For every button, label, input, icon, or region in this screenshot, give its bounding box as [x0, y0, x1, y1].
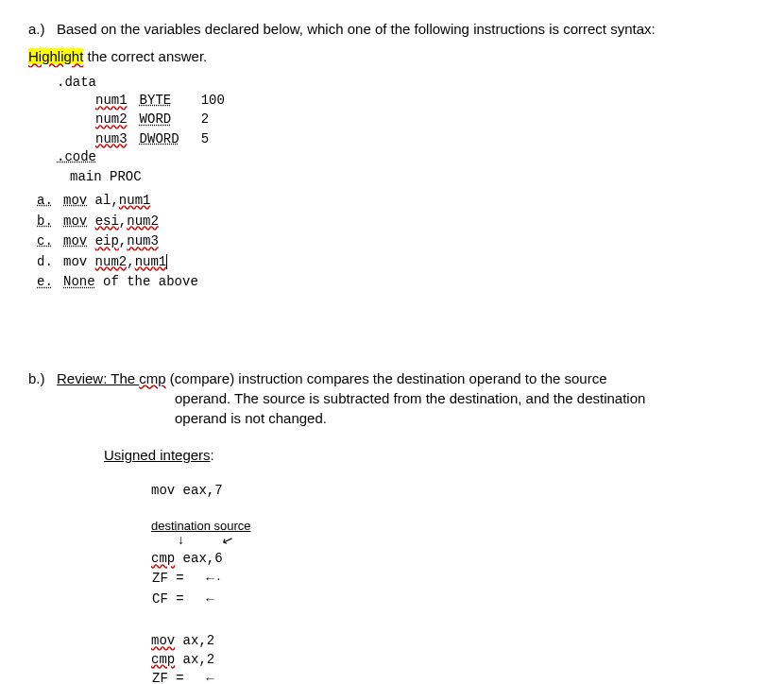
mov2-word: mov [151, 633, 175, 648]
decl2-name: num2 [95, 111, 128, 127]
flags-block-2: ZF = ← CF = ← [151, 669, 218, 684]
choice-b-esi: esi [95, 214, 119, 229]
choice-d-letter: d. [37, 254, 53, 269]
decl3-val: 5 [201, 131, 209, 146]
usigned-rest: integers [156, 447, 211, 463]
usigned-colon: : [211, 447, 214, 463]
main-proc: main PROC [70, 168, 765, 187]
choice-b-comma: , [119, 214, 127, 229]
decl1-type: BYTE [140, 93, 172, 108]
choice-a-al: al, [87, 193, 119, 208]
usigned-word: Usigned [104, 447, 156, 463]
choice-a-num1: num1 [119, 193, 151, 208]
data-directive: .data [57, 74, 765, 91]
choice-b-num2: num2 [127, 214, 159, 229]
review-line-3: operand is not changed. [175, 408, 765, 428]
mov2-rest: ax,2 [175, 633, 214, 648]
arrow-down-1: ↓ [178, 536, 184, 545]
arrow-diagram: ↓ ↙ [151, 535, 765, 545]
choice-b-mov: mov [63, 214, 87, 229]
arrow-down-2: ↙ [221, 534, 235, 546]
part-a: a.) Based on the variables declared belo… [28, 19, 765, 293]
choice-c-comma: , [119, 233, 127, 248]
review-rest1: (compare) instruction compares the desti… [166, 370, 607, 386]
choice-d-num1: num1 [135, 254, 167, 269]
part-b: b.) Review: The cmp (compare) instructio… [28, 368, 765, 684]
mov-ax-2: mov ax,2 [151, 632, 765, 651]
arrow-left-icon-2: ← [204, 671, 217, 684]
choice-d: d. mov num2,num1 [36, 252, 199, 273]
part-a-label: a.) [28, 21, 57, 37]
cmp-eax-6: cmp eax,6 [151, 550, 765, 569]
choice-c-sp [87, 233, 94, 248]
dest-source-label: destination source [151, 518, 765, 535]
decl-row-2: num2 WORD 2 [94, 110, 226, 128]
cmp-ax-2: cmp ax,2 [151, 651, 765, 670]
decl-row-1: num1 BYTE 100 [94, 91, 226, 110]
choice-c: c. mov eip,num3 [36, 231, 199, 252]
cmp1-word: cmp [151, 551, 175, 566]
choice-a-letter: a. [37, 193, 53, 208]
answer-choices: a. mov al,num1 b. mov esi,num2 c. mov ei… [36, 191, 199, 293]
unsigned-heading: Usigned integers: [104, 445, 765, 465]
choice-e-letter: e. [37, 274, 53, 289]
choice-d-mov: mov [63, 254, 95, 269]
cmp2-rest: ax,2 [175, 652, 214, 667]
decl-row-3: num3 DWORD 5 [94, 129, 226, 148]
highlight-rest: the correct answer. [83, 48, 207, 64]
choice-c-num3: num3 [127, 233, 159, 248]
decl3-type: DWORD [140, 131, 179, 146]
part-b-label: b.) [28, 370, 57, 386]
choice-d-comma: , [127, 254, 134, 269]
zf-row-1: ZF = ←· [151, 569, 222, 590]
zf-label-1: ZF = [152, 571, 184, 586]
zf-row-2: ZF = ← [151, 669, 218, 684]
part-a-heading: a.) Based on the variables declared belo… [28, 19, 765, 39]
choice-b: b. mov esi,num2 [36, 212, 199, 232]
highlight-word: Highlight [28, 48, 83, 64]
dest-src-text: destination source [151, 519, 251, 533]
zf-label-2: ZF = [152, 671, 184, 684]
arrow-left-dot-icon: ←· [204, 571, 221, 586]
mov-eax-7: mov eax,7 [151, 482, 765, 501]
cmp2-word: cmp [151, 652, 175, 667]
highlight-instruction: Highlight the correct answer. [28, 46, 765, 66]
code-section: .code main PROC [57, 148, 765, 187]
cf-label-1: CF = [152, 591, 184, 607]
decl2-val: 2 [201, 111, 209, 127]
decl2-type: WORD [140, 111, 172, 127]
choice-e-none: None [63, 274, 95, 289]
choice-e-rest: of the above [95, 274, 198, 289]
part-a-question: Based on the variables declared below, w… [57, 21, 656, 37]
choice-a-mov: mov [63, 193, 87, 208]
review-line-2: operand. The source is subtracted from t… [175, 388, 765, 408]
cmp1-rest: eax,6 [175, 551, 222, 566]
flags-block-1: ZF = ←· CF = ← [151, 569, 222, 609]
choice-b-sp [87, 214, 94, 229]
text-cursor [166, 254, 167, 269]
arrow-left-icon-1: ← [204, 591, 217, 607]
code-directive: .code [57, 149, 96, 164]
choice-d-num2: num2 [95, 254, 128, 269]
review-underline: Review: The [57, 370, 139, 386]
decl1-name: num1 [95, 93, 128, 108]
choice-c-letter: c. [37, 233, 53, 248]
decl3-name: num3 [95, 131, 128, 146]
cmp-word: cmp [139, 370, 165, 386]
part-b-heading: b.) Review: The cmp (compare) instructio… [28, 368, 765, 388]
choice-c-mov: mov [63, 233, 87, 248]
choice-b-letter: b. [37, 214, 53, 229]
choice-a: a. mov al,num1 [36, 191, 199, 212]
choice-c-eip: eip [95, 233, 119, 248]
data-section: .data num1 BYTE 100 num2 WORD 2 num3 DWO… [57, 74, 765, 148]
choice-e: e. None of the above [36, 272, 199, 293]
cf-row-1: CF = ← [151, 590, 222, 610]
decl1-val: 100 [201, 93, 225, 108]
declarations: num1 BYTE 100 num2 WORD 2 num3 DWORD 5 [94, 91, 226, 148]
